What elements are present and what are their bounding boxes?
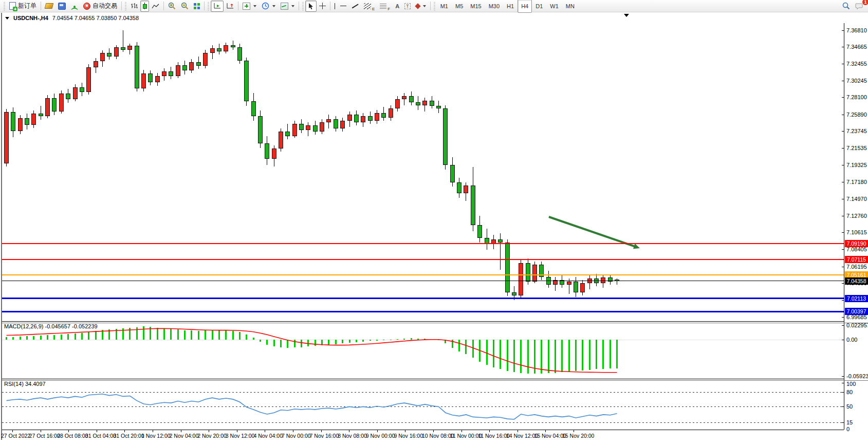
bar-chart-button[interactable] <box>128 1 140 12</box>
timeframe-h1-button[interactable]: H1 <box>503 0 518 13</box>
price-tick-mark <box>842 267 844 267</box>
fibonacci-icon <box>380 3 386 9</box>
candle <box>231 45 235 48</box>
arrows-button[interactable] <box>413 1 429 12</box>
macd-histogram-bar <box>294 340 296 347</box>
line-chart-button[interactable] <box>149 1 162 12</box>
price-level-line[interactable] <box>2 298 844 299</box>
price-tick-label: 7.19325 <box>846 162 867 168</box>
candle <box>477 225 482 238</box>
candlestick-chart-button[interactable] <box>140 1 149 12</box>
signals-button[interactable] <box>68 1 81 12</box>
time-axis-label: 3 Nov 12:00 <box>226 433 255 439</box>
macd-histogram-bar <box>472 340 474 358</box>
timeframe-w1-button[interactable]: W1 <box>546 0 562 13</box>
timeframe-d1-button[interactable]: D1 <box>532 0 546 13</box>
price-tick-label: 7.28100 <box>846 94 867 100</box>
macd-label: MACD(12,26,9) -0.045657 -0.052239 <box>4 323 98 329</box>
price-tick-label: 7.36810 <box>846 27 867 33</box>
macd-histogram-bar <box>40 336 42 340</box>
search-button[interactable] <box>840 1 853 12</box>
macd-histogram-bar <box>75 333 76 340</box>
templates-button[interactable] <box>278 1 297 12</box>
macd-histogram-bar <box>438 340 439 340</box>
indicators-caret-icon <box>253 5 256 7</box>
timeframe-m15-button[interactable]: M15 <box>467 0 485 13</box>
macd-histogram-bar <box>218 330 220 340</box>
time-axis-label: 27 Oct 16:00 <box>29 433 60 439</box>
candle-wick <box>41 106 41 120</box>
price-level-line[interactable] <box>2 259 844 260</box>
macd-histogram-bar <box>20 337 21 340</box>
candle <box>436 106 441 108</box>
macd-histogram-bar <box>143 326 144 340</box>
price-tick-label: 7.10615 <box>846 229 867 235</box>
macd-histogram-bar <box>67 334 69 340</box>
price-level-line[interactable] <box>2 243 844 244</box>
price-tick-mark <box>842 300 844 301</box>
chart-collapse-icon[interactable] <box>5 17 9 20</box>
timeframe-m30-button[interactable]: M30 <box>485 0 503 13</box>
timeframe-m1-button[interactable]: M1 <box>437 0 452 13</box>
indicators-button[interactable] <box>240 1 259 12</box>
macd-histogram-bar <box>47 335 48 340</box>
candle <box>18 118 23 131</box>
macd-histogram-bar <box>12 337 14 340</box>
timeframe-h4-button[interactable]: H4 <box>518 0 532 13</box>
price-level-line[interactable] <box>2 281 844 281</box>
trendline-button[interactable] <box>349 1 361 12</box>
macd-histogram-bar <box>403 339 405 340</box>
notifications-button[interactable]: 1 <box>853 1 866 12</box>
time-axis-label: 11 Nov 00:00 <box>450 433 482 439</box>
price-tick-mark <box>842 283 844 284</box>
zoom-in-button[interactable] <box>165 1 178 12</box>
market-watch-button[interactable] <box>43 1 56 12</box>
candle <box>80 87 84 92</box>
chart-symbol-label: USDCNH-,H4 <box>13 15 48 21</box>
macd-histogram-bar <box>362 340 364 342</box>
chart-menu-arrow-icon[interactable] <box>624 14 629 17</box>
macd-histogram-bar <box>6 337 7 340</box>
candle <box>443 108 448 165</box>
candle <box>182 65 187 71</box>
terminal-button[interactable] <box>56 1 68 12</box>
price-level-line[interactable] <box>2 274 844 275</box>
time-tick-mark <box>209 430 209 432</box>
text-label-button[interactable]: T <box>402 1 413 12</box>
auto-trading-button[interactable]: 自动交易 <box>81 1 120 12</box>
vertical-line-button[interactable] <box>332 1 338 12</box>
candle <box>347 115 352 121</box>
fibonacci-button[interactable]: F <box>377 1 393 12</box>
equidistant-channel-button[interactable]: E <box>361 1 377 12</box>
macd-histogram-bar <box>589 340 590 370</box>
zoom-out-button[interactable] <box>178 1 191 12</box>
price-level-line[interactable] <box>2 311 844 312</box>
price-tick-label: 7.32455 <box>846 61 867 67</box>
rsi-panel-top-border <box>2 380 868 381</box>
chart-shift-button[interactable] <box>224 1 236 12</box>
new-order-button[interactable]: 新订单 <box>7 1 39 12</box>
notification-badge: 1 <box>862 0 868 5</box>
auto-scroll-button[interactable] <box>211 1 224 12</box>
horizontal-line-button[interactable] <box>338 1 349 12</box>
time-tick-mark <box>321 430 322 432</box>
timeframe-m5-button[interactable]: M5 <box>452 0 467 13</box>
time-axis-label: 2 Nov 20:00 <box>197 433 227 439</box>
price-tick-mark <box>842 64 844 64</box>
cursor-button[interactable] <box>305 1 317 12</box>
macd-histogram-bar <box>170 329 172 340</box>
periods-button[interactable] <box>259 1 278 12</box>
market-watch-icon <box>45 3 54 9</box>
tile-windows-button[interactable] <box>191 1 202 12</box>
text-button[interactable]: A <box>393 1 402 12</box>
time-tick-mark <box>124 430 125 432</box>
candle <box>354 115 359 122</box>
candle <box>224 45 228 51</box>
candle <box>567 282 571 285</box>
templates-icon <box>281 3 288 10</box>
crosshair-button[interactable] <box>317 1 328 12</box>
time-axis-label: 4 Nov 04:00 <box>253 433 283 439</box>
candle <box>368 116 373 121</box>
timeframe-mn-button[interactable]: MN <box>562 0 578 13</box>
candle <box>402 96 407 99</box>
